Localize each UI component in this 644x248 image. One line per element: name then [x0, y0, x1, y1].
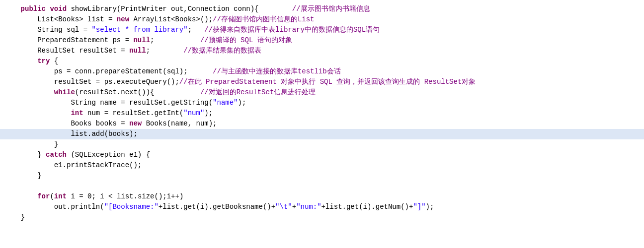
code-token-cm: //在此 PreparedStatement 对象中执行 SQL 查询，并返回该… — [179, 77, 476, 87]
code-token-plain: list.add(books); — [4, 129, 138, 139]
code-line: out.println("[Booksname:"+list.get(i).ge… — [0, 202, 644, 212]
code-token-plain: Books(name, num); — [142, 119, 217, 129]
code-line: e1.printStackTrace(); — [0, 160, 644, 171]
code-token-cm: //存储图书馆内图书信息的List — [213, 14, 314, 25]
code-token-plain: List<Books> list = — [4, 14, 117, 25]
code-token-cm: //预编译的 SQL 语句的对象 — [200, 35, 292, 46]
code-token-st: "]" — [413, 202, 425, 212]
code-token-plain — [4, 191, 37, 202]
code-line: ps = conn.prepareStatement(sql); //与主函数中… — [0, 66, 644, 77]
code-token-plain: Books books = — [4, 119, 129, 129]
code-token-kw: int — [54, 191, 67, 202]
code-token-plain — [4, 108, 71, 119]
code-line: while(resultSet.next()){ //对返回的ResultSet… — [0, 87, 644, 98]
code-token-plain: +list.get(i).getBooksname()+ — [159, 202, 275, 212]
code-line: } — [0, 171, 644, 181]
code-line: list.add(books); — [0, 129, 644, 139]
code-token-kw: public — [21, 4, 46, 14]
code-token-plain: PreparedStatement ps = — [4, 35, 133, 46]
code-token-plain: + — [292, 202, 296, 212]
code-token-kw: int — [71, 108, 83, 119]
code-line: List<Books> list = new ArrayList<Books>(… — [0, 14, 644, 25]
code-line: public void showLibrary(PrintWriter out,… — [0, 4, 644, 14]
code-token-cm: //获得来自数据库中表library中的数据信息的SQL语句 — [204, 25, 380, 35]
code-token-st: "select * from library" — [91, 25, 187, 35]
code-token-kw: new — [129, 119, 142, 129]
code-line: resultSet = ps.executeQuery();//在此 Prepa… — [0, 77, 644, 87]
code-token-plain: String name = resultSet.getString( — [4, 98, 213, 108]
code-line: String sql = "select * from library"; //… — [0, 25, 644, 35]
code-token-st: "\t" — [275, 202, 292, 212]
code-token-plain: ArrayList<Books>(); — [129, 14, 213, 25]
code-line: try { — [0, 56, 644, 66]
code-token-plain: ; — [146, 46, 184, 56]
code-token-plain: ); — [238, 98, 246, 108]
code-token-plain: ps = conn.prepareStatement(sql); — [4, 66, 213, 77]
code-token-plain: ); — [426, 202, 434, 212]
code-line: String name = resultSet.getString("name"… — [0, 98, 644, 108]
code-token-plain: ); — [204, 108, 213, 119]
code-token-st: "num" — [183, 108, 204, 119]
code-line: Books books = new Books(name, num); — [0, 119, 644, 129]
code-token-plain — [4, 87, 54, 98]
code-token-cm: //与主函数中连接的数据库testlib会话 — [213, 66, 341, 77]
code-token-plain: (SQLException e1) { — [67, 150, 150, 160]
code-token-plain: ; — [188, 25, 205, 35]
code-token-plain: } — [4, 139, 58, 150]
code-line: for(int i = 0; i < list.size();i++) — [0, 191, 644, 202]
code-token-cm: //展示图书馆内书籍信息 — [292, 4, 370, 14]
code-token-cm: //对返回的ResultSet信息进行处理 — [200, 87, 316, 98]
code-token-plain: resultSet = ps.executeQuery(); — [4, 77, 179, 87]
code-token-plain: } — [4, 171, 42, 181]
code-token-st: "num:" — [296, 202, 321, 212]
code-token-plain: ResultSet resultSet = — [4, 46, 129, 56]
code-token-cm: //数据库结果集的数据表 — [183, 46, 261, 56]
code-token-plain — [4, 4, 21, 14]
code-token-kw: void — [50, 4, 67, 14]
code-line: int num = resultSet.getInt("num"); — [0, 108, 644, 119]
code-token-plain: ; — [150, 35, 200, 46]
code-token-plain: (resultSet.next()){ — [75, 87, 200, 98]
code-token-plain: } — [4, 212, 25, 223]
code-token-plain: out.println( — [4, 202, 104, 212]
code-token-plain: i = 0; i < list.size();i++) — [67, 191, 183, 202]
code-token-plain: } — [4, 150, 46, 160]
code-token-plain — [46, 4, 50, 14]
code-token-plain: +list.get(i).getNum()+ — [322, 202, 413, 212]
code-token-plain: showLibrary(PrintWriter out,Connection c… — [67, 4, 292, 14]
code-token-kw: catch — [46, 150, 67, 160]
code-line: } catch (SQLException e1) { — [0, 150, 644, 160]
code-token-plain — [4, 56, 37, 66]
code-token-kw: null — [133, 35, 150, 46]
code-token-plain: ( — [50, 191, 54, 202]
code-token-st: "name" — [213, 98, 238, 108]
code-editor: public void showLibrary(PrintWriter out,… — [0, 0, 644, 227]
code-token-kw: new — [117, 14, 129, 25]
code-line — [0, 181, 644, 191]
code-token-kw: for — [37, 191, 50, 202]
code-token-kw: while — [54, 87, 75, 98]
code-line: } — [0, 212, 644, 223]
code-line: } — [0, 139, 644, 150]
code-token-plain: String sql = — [4, 25, 91, 35]
code-token-plain: e1.printStackTrace(); — [4, 160, 142, 171]
code-token-st: "[Booksname:" — [104, 202, 159, 212]
code-token-plain: num = resultSet.getInt( — [83, 108, 184, 119]
code-line: PreparedStatement ps = null; //预编译的 SQL … — [0, 35, 644, 46]
code-line: ResultSet resultSet = null; //数据库结果集的数据表 — [0, 46, 644, 56]
code-token-plain: { — [50, 56, 58, 66]
code-token-kw: null — [129, 46, 146, 56]
code-token-kw: try — [37, 56, 50, 66]
